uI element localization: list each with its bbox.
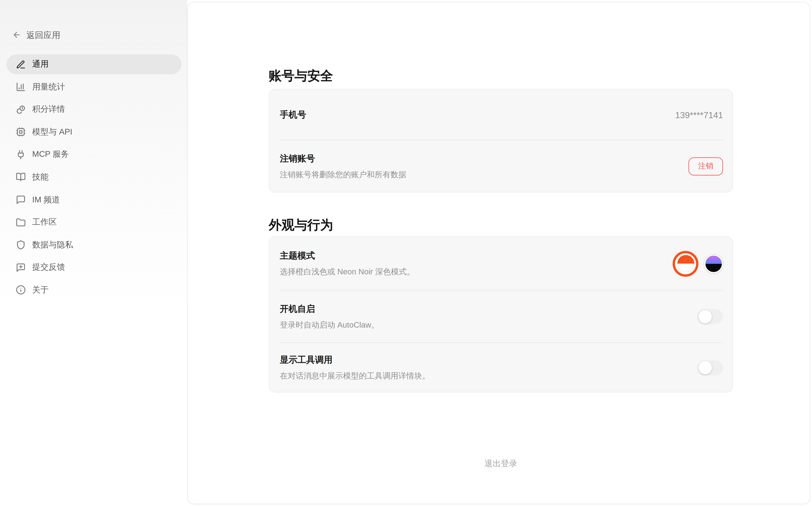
- sidebar-item-11[interactable]: 关于: [6, 280, 181, 300]
- sidebar-item-10[interactable]: 提交反馈: [6, 258, 181, 277]
- delete-account-button[interactable]: 注销: [688, 157, 723, 175]
- sidebar: 返回应用 通用用量统计积分详情模型与 APIMCP 服务技能IM 频道工作区数据…: [0, 0, 187, 506]
- sidebar-item-9[interactable]: 数据与隐私: [6, 235, 181, 255]
- phone-number-row: 手机号 139****7141: [269, 89, 732, 140]
- toggle-knob: [698, 361, 712, 374]
- autostart-title: 开机自启: [280, 304, 379, 314]
- sidebar-item-6[interactable]: 技能: [6, 167, 181, 187]
- sidebar-item-label: 技能: [32, 172, 49, 182]
- delete-account-title: 注销账号: [280, 153, 406, 164]
- sidebar-item-label: 工作区: [32, 217, 57, 228]
- logout-button[interactable]: 退出登录: [269, 457, 733, 469]
- folder-icon: [16, 218, 32, 227]
- sidebar-item-2[interactable]: 用量统计: [6, 77, 181, 97]
- phone-number-label: 手机号: [280, 109, 306, 120]
- sidebar-item-3[interactable]: 积分详情: [6, 100, 181, 119]
- theme-options: [673, 251, 723, 276]
- back-to-app-button[interactable]: 返回应用: [12, 30, 60, 41]
- sidebar-item-4[interactable]: 模型与 API: [6, 122, 181, 142]
- main-panel: 账号与安全 手机号 139****7141 注销账号 注销账号将删除您的账户和所…: [187, 2, 810, 504]
- autostart-row: 开机自启 登录时自动启动 AutoClaw。: [269, 291, 732, 342]
- sidebar-item-label: 模型与 API: [32, 127, 72, 137]
- light-theme-disc-icon: [677, 255, 694, 272]
- sidebar-item-label: 数据与隐私: [32, 240, 73, 250]
- info-icon: [16, 285, 32, 295]
- autostart-toggle[interactable]: [697, 309, 723, 324]
- appearance-behavior-card: 主题模式 选择橙白浅色或 Neon Noir 深色模式。 开机自启 登录时自动: [269, 236, 733, 393]
- sidebar-item-label: MCP 服务: [32, 149, 69, 160]
- sidebar-item-8[interactable]: 工作区: [6, 213, 181, 232]
- cpu-icon: [16, 127, 32, 137]
- sidebar-item-label: 积分详情: [32, 104, 65, 115]
- sidebar-item-label: 用量统计: [32, 82, 65, 92]
- section-title-account-security: 账号与安全: [269, 68, 333, 84]
- message-square-icon: [16, 195, 32, 205]
- settings-window: 返回应用 通用用量统计积分详情模型与 APIMCP 服务技能IM 频道工作区数据…: [0, 0, 812, 506]
- show-tool-calls-description: 在对话消息中展示模型的工具调用详情块。: [280, 371, 430, 381]
- show-tool-calls-row: 显示工具调用 在对话消息中展示模型的工具调用详情块。: [269, 343, 732, 393]
- pen-icon: [16, 60, 32, 69]
- toggle-knob: [698, 310, 712, 323]
- sidebar-item-7[interactable]: IM 频道: [6, 190, 181, 210]
- sidebar-item-1[interactable]: 通用: [6, 55, 181, 74]
- phone-number-value: 139****7141: [675, 110, 723, 120]
- sidebar-item-label: 提交反馈: [32, 262, 65, 273]
- sidebar-item-label: 关于: [32, 285, 49, 296]
- sidebar-item-5[interactable]: MCP 服务: [6, 145, 181, 165]
- theme-mode-row: 主题模式 选择橙白浅色或 Neon Noir 深色模式。: [269, 237, 732, 290]
- message-square-plus-icon: [16, 263, 32, 273]
- book-open-icon: [16, 172, 32, 182]
- section-title-appearance-behavior: 外观与行为: [269, 217, 333, 233]
- light-theme-swatch[interactable]: [673, 251, 698, 276]
- delete-account-description: 注销账号将删除您的账户和所有数据: [280, 169, 406, 179]
- sidebar-item-label: 通用: [32, 59, 49, 70]
- show-tool-calls-title: 显示工具调用: [280, 354, 430, 365]
- bar-chart-icon: [16, 82, 32, 92]
- sidebar-nav: 通用用量统计积分详情模型与 APIMCP 服务技能IM 频道工作区数据与隐私提交…: [6, 55, 181, 303]
- dark-theme-swatch[interactable]: [704, 254, 723, 273]
- autostart-description: 登录时自动启动 AutoClaw。: [280, 320, 379, 330]
- sidebar-item-label: IM 频道: [32, 194, 60, 205]
- account-security-card: 手机号 139****7141 注销账号 注销账号将删除您的账户和所有数据 注销: [269, 89, 733, 192]
- plug-icon: [16, 150, 32, 160]
- coins-icon: [16, 104, 32, 114]
- theme-mode-description: 选择橙白浅色或 Neon Noir 深色模式。: [280, 267, 415, 277]
- show-tool-calls-toggle[interactable]: [697, 360, 723, 375]
- theme-mode-title: 主题模式: [280, 250, 415, 261]
- arrow-left-icon: [12, 30, 21, 41]
- delete-account-row: 注销账号 注销账号将删除您的账户和所有数据 注销: [269, 141, 732, 192]
- back-to-app-label: 返回应用: [26, 30, 60, 41]
- shield-icon: [16, 240, 32, 250]
